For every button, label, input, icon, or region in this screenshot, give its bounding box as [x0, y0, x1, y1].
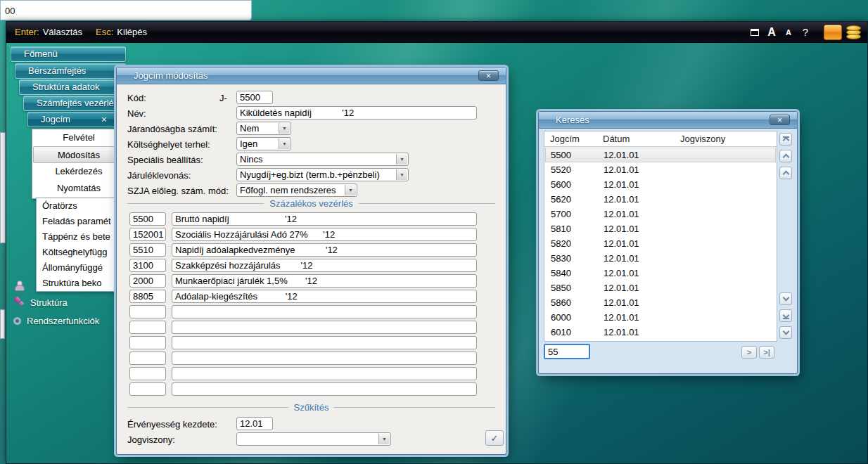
validity-input[interactable]: 12.01	[236, 417, 273, 430]
nev-input[interactable]: Kiküldetés napidíj '12	[236, 106, 477, 120]
menu-item-struktura-bekotes[interactable]: Struktúra beko	[37, 276, 125, 291]
chevron-down-icon[interactable]: ▼	[378, 434, 390, 444]
percent-name-input[interactable]: Szociális Hozzájárulási Adó 27% '12	[172, 228, 477, 241]
help-button[interactable]: ?	[797, 24, 814, 41]
column-header-jogcim[interactable]: Jogcím	[550, 131, 580, 147]
koltseghely-dropdown[interactable]: Igen ▼	[236, 137, 291, 150]
sidebar-item-rendszerfunkciok[interactable]: Rendszerfunkciók	[13, 313, 99, 328]
percent-name-input[interactable]: Szakképzési hozzájárulás '12	[172, 259, 477, 272]
percent-name-input[interactable]	[172, 367, 477, 380]
list-item[interactable]: 5820 12.01.01	[545, 236, 776, 251]
confirm-button[interactable]: ✓	[485, 430, 504, 446]
percent-code-input[interactable]: 5500	[129, 212, 166, 226]
search-titlebar[interactable]: Keresés	[539, 112, 797, 129]
percent-code-input[interactable]: 152001	[129, 228, 166, 241]
kod-input[interactable]: 5500	[236, 91, 273, 104]
close-icon[interactable]: ×	[101, 114, 107, 125]
cell-code: 5850	[551, 281, 571, 295]
percent-name-input[interactable]	[172, 336, 477, 349]
scroll-down-button[interactable]	[779, 292, 792, 305]
dialog-titlebar[interactable]: Jogcím módosítás	[117, 67, 506, 84]
font-increase-button[interactable]: A	[763, 24, 780, 41]
percent-name-input[interactable]	[172, 305, 477, 318]
percent-name-input[interactable]: Munkaerőpiaci járulék 1,5% '12	[172, 274, 477, 288]
scroll-first-button[interactable]	[779, 133, 792, 146]
jogviszony-dropdown[interactable]: ▼	[236, 432, 391, 446]
scroll-up-button[interactable]	[779, 167, 792, 179]
menu-item-lekerdezes[interactable]: Lekérdezés	[32, 163, 125, 180]
percent-name-input[interactable]: Adóalap-kiegészítés '12	[172, 290, 477, 303]
chevron-down-icon[interactable]: ▼	[396, 169, 407, 180]
list-item[interactable]: 5500 12.01.01	[545, 148, 776, 162]
scroll-page-down-button[interactable]	[779, 309, 792, 322]
percent-code-input[interactable]	[129, 382, 166, 396]
dialog-close-button[interactable]: ×	[478, 70, 499, 81]
szja-dropdown[interactable]: Főfogl. nem rendszeres ▼	[236, 183, 357, 197]
percent-code-input[interactable]	[129, 305, 166, 318]
menu-item-nyomtatas[interactable]: Nyomtatás	[32, 180, 125, 197]
menu-item-feladas-parameter[interactable]: Feladás paramét	[37, 214, 125, 229]
percent-code-input[interactable]: 8805	[129, 290, 166, 303]
percent-code-input[interactable]	[129, 321, 166, 334]
list-item[interactable]: 5840 12.01.01	[545, 266, 776, 281]
list-item[interactable]: 5520 12.01.01	[545, 162, 776, 177]
struktura-menu-panel: Óratörzs Feladás paramét Táppénz és bete…	[36, 198, 126, 292]
jarulek-dropdown[interactable]: Nyugdíj+eg.bizt (term.b.+pénzbeli) ▼	[236, 168, 409, 181]
search-close-button[interactable]: ×	[770, 115, 790, 125]
percent-code-input[interactable]: 3100	[129, 259, 166, 272]
percent-code-input[interactable]	[129, 352, 166, 365]
cell-code: 5520	[551, 162, 571, 177]
list-item[interactable]: 5600 12.01.01	[545, 177, 776, 192]
list-item[interactable]: 5700 12.01.01	[545, 207, 776, 221]
list-item[interactable]: 5850 12.01.01	[545, 281, 776, 295]
orange-app-icon[interactable]	[824, 25, 842, 40]
chevron-down-icon[interactable]: ▼	[345, 185, 356, 195]
sidebar-item-fomenu[interactable]: Főmenü	[11, 46, 126, 62]
percent-name-input[interactable]	[172, 321, 477, 334]
jarandosag-dropdown[interactable]: Nem ▼	[236, 122, 291, 135]
last-record-button[interactable]: >|	[759, 346, 774, 359]
percent-code-input[interactable]	[129, 367, 166, 380]
coins-icon[interactable]	[845, 25, 863, 40]
maximize-icon	[751, 29, 759, 36]
maximize-button[interactable]	[746, 24, 763, 41]
font-decrease-button[interactable]: A	[780, 24, 797, 41]
list-item[interactable]: 5860 12.01.01	[545, 295, 776, 310]
percent-name-input[interactable]	[172, 352, 477, 365]
chevron-down-icon[interactable]: ▼	[279, 123, 290, 134]
percent-code-input[interactable]: 2000	[129, 274, 166, 288]
list-item[interactable]: 6010 12.01.01	[545, 325, 776, 340]
sidebar-item-struktura-adatok[interactable]: Struktúra adatok	[19, 79, 126, 95]
menu-item-felvetel[interactable]: Felvétel	[32, 129, 125, 146]
menu-item-koltseghelyfuggo[interactable]: Költséghelyfügg	[37, 245, 125, 260]
list-item[interactable]: 5810 12.01.01	[545, 221, 776, 236]
search-filter-input[interactable]	[544, 344, 590, 359]
percent-name-input[interactable]	[172, 382, 477, 396]
scroll-last-button[interactable]	[779, 326, 792, 339]
list-item[interactable]: 6000 12.01.01	[545, 310, 776, 325]
sidebar-item-berszamfejtes[interactable]: Bérszámfejtés	[15, 63, 126, 79]
sidebar-item-szamfejtes-vezerles[interactable]: Számfejtés vezérlé	[23, 96, 126, 111]
list-item[interactable]: 5620 12.01.01	[545, 192, 776, 207]
menu-item-tappenz[interactable]: Táppénz és bete	[37, 229, 125, 245]
menu-item-allomanyfuggo[interactable]: Állományfüggé	[37, 260, 125, 276]
list-item[interactable]: 5830 12.01.01	[545, 251, 776, 266]
percent-code-input[interactable]: 5510	[129, 243, 166, 257]
next-record-button[interactable]: >	[741, 346, 757, 359]
scroll-page-up-button[interactable]	[779, 150, 792, 162]
percent-name-input[interactable]: Bruttó napidíj '12	[172, 212, 477, 226]
percent-code-input[interactable]	[129, 336, 166, 349]
column-header-jogviszony[interactable]: Jogviszony	[680, 131, 725, 147]
percent-name-input[interactable]: Napidíj adóalapkedvezménye '12	[172, 243, 477, 257]
section-title: Százalékos vezérlés	[269, 198, 353, 209]
menu-item-modositas[interactable]: Módosítás	[33, 146, 125, 163]
cell-date: 12.01.01	[604, 236, 639, 251]
sidebar-item-jogcim[interactable]: Jogcím ×	[27, 112, 126, 127]
chevron-down-icon[interactable]: ▼	[396, 154, 407, 165]
specialis-dropdown[interactable]: Nincs ▼	[236, 153, 409, 166]
app-workspace: Főmenü Bérszámfejtés Struktúra adatok Sz…	[6, 43, 867, 463]
menu-item-oratorzs[interactable]: Óratörzs	[37, 198, 125, 214]
sidebar-item-struktura[interactable]: Struktúra	[13, 295, 68, 310]
column-header-datum[interactable]: Dátum	[603, 131, 630, 147]
chevron-down-icon[interactable]: ▼	[279, 138, 290, 149]
